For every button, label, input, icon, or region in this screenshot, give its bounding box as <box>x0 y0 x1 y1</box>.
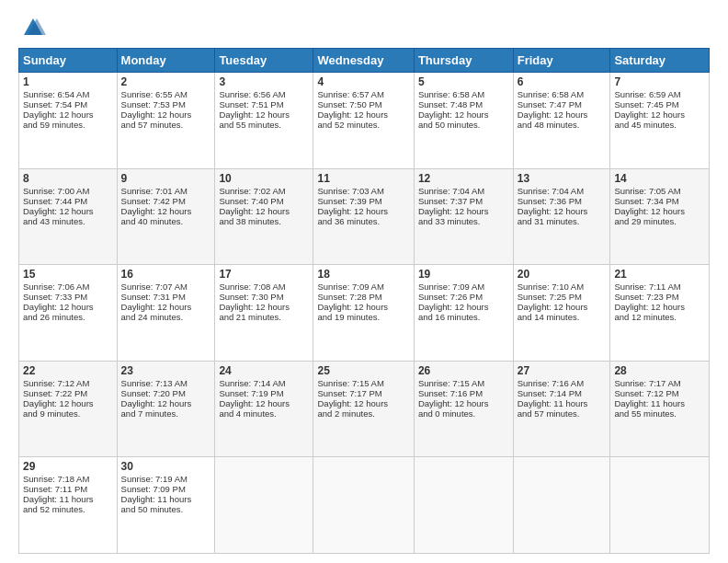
day-info-line: Sunrise: 6:55 AM <box>121 89 211 99</box>
day-info-line: Sunrise: 6:58 AM <box>418 89 509 99</box>
day-info-line: Daylight: 12 hours <box>614 206 705 216</box>
day-info-line: Sunset: 7:19 PM <box>219 388 309 398</box>
day-info-line: Daylight: 12 hours <box>614 302 705 312</box>
calendar-cell: 18Sunrise: 7:09 AMSunset: 7:28 PMDayligh… <box>313 265 414 362</box>
day-info-line: Daylight: 11 hours <box>23 494 113 504</box>
day-info-line: Daylight: 12 hours <box>317 398 409 408</box>
day-info-line: Sunrise: 7:10 AM <box>518 282 607 292</box>
day-info-line: Sunset: 7:36 PM <box>518 196 607 206</box>
page: SundayMondayTuesdayWednesdayThursdayFrid… <box>0 0 728 563</box>
calendar-cell: 1Sunrise: 6:54 AMSunset: 7:54 PMDaylight… <box>19 73 118 169</box>
calendar-cell: 10Sunrise: 7:02 AMSunset: 7:40 PMDayligh… <box>215 168 313 265</box>
day-info-line: Daylight: 12 hours <box>121 206 211 216</box>
day-info-line: Sunset: 7:31 PM <box>121 292 211 302</box>
day-info-line: Sunrise: 7:17 AM <box>614 378 705 388</box>
day-info-line: Sunrise: 7:15 AM <box>317 378 409 388</box>
day-number: 24 <box>219 364 309 377</box>
calendar-cell: 5Sunrise: 6:58 AMSunset: 7:48 PMDaylight… <box>414 73 513 169</box>
day-number: 6 <box>518 75 607 88</box>
day-info-line: and 0 minutes. <box>418 408 509 419</box>
day-info-line: Sunset: 7:39 PM <box>317 196 409 206</box>
day-info-line: and 9 minutes. <box>23 408 113 419</box>
day-info-line: Daylight: 12 hours <box>614 109 705 120</box>
calendar-cell: 25Sunrise: 7:15 AMSunset: 7:17 PMDayligh… <box>313 361 414 457</box>
calendar-cell: 6Sunrise: 6:58 AMSunset: 7:47 PMDaylight… <box>513 73 610 169</box>
day-info-line: Daylight: 12 hours <box>518 109 607 120</box>
day-info-line: Daylight: 12 hours <box>121 398 211 408</box>
calendar-week-1: 1Sunrise: 6:54 AMSunset: 7:54 PMDaylight… <box>19 73 710 169</box>
calendar-week-2: 8Sunrise: 7:00 AMSunset: 7:44 PMDaylight… <box>19 168 710 265</box>
day-info-line: and 40 minutes. <box>121 216 211 226</box>
day-number: 19 <box>418 268 509 281</box>
calendar-cell: 12Sunrise: 7:04 AMSunset: 7:37 PMDayligh… <box>414 168 513 265</box>
day-info-line: Daylight: 12 hours <box>518 302 607 312</box>
day-number: 12 <box>418 172 509 185</box>
day-number: 16 <box>121 268 211 281</box>
calendar-cell: 19Sunrise: 7:09 AMSunset: 7:26 PMDayligh… <box>414 265 513 362</box>
day-info-line: and 43 minutes. <box>23 216 113 226</box>
day-number: 27 <box>518 364 607 377</box>
day-info-line: Sunset: 7:30 PM <box>219 292 309 302</box>
day-info-line: Daylight: 12 hours <box>219 302 309 312</box>
day-info-line: Sunset: 7:28 PM <box>317 292 409 302</box>
day-number: 20 <box>518 268 607 281</box>
day-info-line: Daylight: 12 hours <box>219 109 309 120</box>
day-info-line: Daylight: 12 hours <box>23 206 113 216</box>
day-info-line: Sunset: 7:23 PM <box>614 292 705 302</box>
day-info-line: and 21 minutes. <box>219 312 309 322</box>
calendar-cell <box>313 457 414 554</box>
day-info-line: Sunset: 7:54 PM <box>23 99 113 109</box>
day-info-line: Sunrise: 7:16 AM <box>518 378 607 388</box>
day-info-line: and 29 minutes. <box>614 216 705 226</box>
day-info-line: Sunset: 7:17 PM <box>317 388 409 398</box>
day-info-line: Daylight: 12 hours <box>23 302 113 312</box>
day-info-line: Sunrise: 7:06 AM <box>23 282 113 292</box>
calendar-cell: 14Sunrise: 7:05 AMSunset: 7:34 PMDayligh… <box>610 168 710 265</box>
day-info-line: Sunrise: 7:09 AM <box>317 282 409 292</box>
calendar-cell: 22Sunrise: 7:12 AMSunset: 7:22 PMDayligh… <box>19 361 118 457</box>
day-info-line: Sunset: 7:44 PM <box>23 196 113 206</box>
day-info-line: and 2 minutes. <box>317 408 409 419</box>
day-number: 17 <box>219 268 309 281</box>
header <box>18 15 710 40</box>
day-number: 2 <box>121 75 211 88</box>
day-info-line: and 4 minutes. <box>219 408 309 419</box>
calendar-cell: 17Sunrise: 7:08 AMSunset: 7:30 PMDayligh… <box>215 265 313 362</box>
calendar-cell: 16Sunrise: 7:07 AMSunset: 7:31 PMDayligh… <box>117 265 215 362</box>
calendar-cell <box>513 457 610 554</box>
day-info-line: Sunrise: 6:57 AM <box>317 89 409 99</box>
day-info-line: and 52 minutes. <box>23 504 113 514</box>
calendar-cell: 8Sunrise: 7:00 AMSunset: 7:44 PMDaylight… <box>19 168 118 265</box>
day-number: 22 <box>23 364 113 377</box>
day-info-line: Sunrise: 6:59 AM <box>614 89 705 99</box>
day-number: 18 <box>317 268 409 281</box>
calendar-table: SundayMondayTuesdayWednesdayThursdayFrid… <box>18 48 710 554</box>
day-info-line: Sunset: 7:11 PM <box>23 484 113 494</box>
calendar-cell: 7Sunrise: 6:59 AMSunset: 7:45 PMDaylight… <box>610 73 710 169</box>
day-info-line: Sunset: 7:12 PM <box>614 388 705 398</box>
day-info-line: Daylight: 12 hours <box>23 109 113 120</box>
calendar-cell <box>610 457 710 554</box>
day-info-line: Daylight: 12 hours <box>121 302 211 312</box>
day-number: 23 <box>121 364 211 377</box>
day-number: 11 <box>317 172 409 185</box>
day-number: 25 <box>317 364 409 377</box>
day-info-line: Sunrise: 7:09 AM <box>418 282 509 292</box>
calendar-cell: 28Sunrise: 7:17 AMSunset: 7:12 PMDayligh… <box>610 361 710 457</box>
day-header-saturday: Saturday <box>610 49 710 73</box>
calendar-cell: 30Sunrise: 7:19 AMSunset: 7:09 PMDayligh… <box>117 457 215 554</box>
day-info-line: Sunrise: 7:07 AM <box>121 282 211 292</box>
calendar-cell: 24Sunrise: 7:14 AMSunset: 7:19 PMDayligh… <box>215 361 313 457</box>
day-info-line: Daylight: 12 hours <box>121 109 211 120</box>
logo <box>18 15 46 40</box>
day-info-line: Daylight: 12 hours <box>23 398 113 408</box>
day-info-line: and 24 minutes. <box>121 312 211 322</box>
calendar-week-5: 29Sunrise: 7:18 AMSunset: 7:11 PMDayligh… <box>19 457 710 554</box>
day-info-line: and 55 minutes. <box>219 120 309 130</box>
day-info-line: and 57 minutes. <box>121 120 211 130</box>
calendar-cell: 9Sunrise: 7:01 AMSunset: 7:42 PMDaylight… <box>117 168 215 265</box>
day-number: 26 <box>418 364 509 377</box>
day-info-line: Sunset: 7:48 PM <box>418 99 509 109</box>
day-number: 14 <box>614 172 705 185</box>
day-info-line: and 50 minutes. <box>418 120 509 130</box>
